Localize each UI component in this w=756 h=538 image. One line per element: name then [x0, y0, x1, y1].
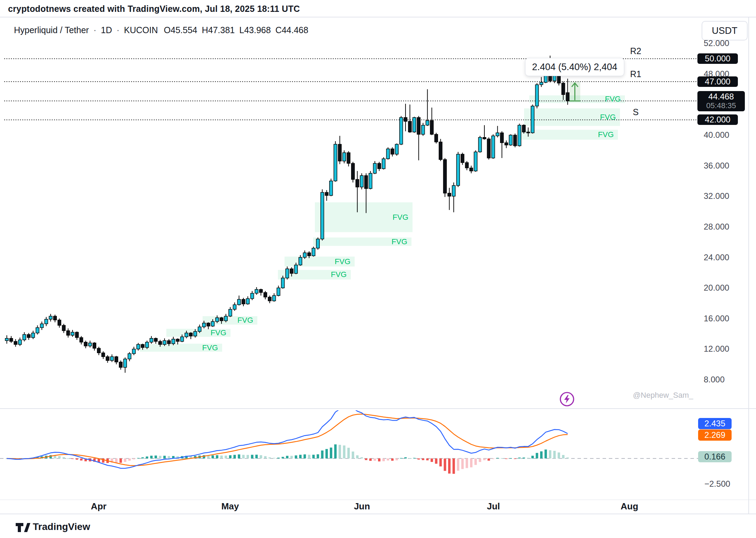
macd-histogram-bar	[330, 448, 332, 458]
candle-up	[456, 154, 460, 186]
candle-up	[496, 133, 499, 136]
candle-up	[277, 288, 280, 296]
candle-up	[303, 253, 306, 257]
macd-histogram-bar	[142, 457, 144, 458]
macd-histogram-bar	[395, 458, 398, 460]
macd-histogram-bar	[282, 457, 284, 458]
candle-down	[290, 269, 293, 273]
candle-up	[163, 341, 166, 344]
candle-up	[145, 342, 149, 348]
candle-down	[115, 357, 118, 362]
macd-histogram-bar	[404, 457, 407, 458]
macd-histogram-bar	[483, 458, 486, 460]
candle-up	[18, 340, 22, 344]
macd-histogram-bar	[212, 455, 214, 458]
candle-down	[268, 297, 271, 301]
candle-down	[14, 342, 17, 345]
macd-histogram-bar	[431, 458, 433, 462]
candle-up	[36, 328, 39, 333]
candle-up	[40, 324, 44, 328]
projection-arrow-icon	[569, 82, 580, 101]
candle-up	[330, 181, 333, 196]
candle-down	[505, 143, 508, 145]
candle-down	[434, 134, 438, 142]
macd-histogram-bar	[544, 449, 547, 458]
candle-up	[132, 349, 135, 353]
candle-up	[194, 331, 197, 336]
fvg-zone-rect	[521, 130, 618, 140]
candle-up	[334, 144, 337, 181]
macd-histogram-bar	[273, 458, 275, 458]
candle-up	[71, 332, 74, 335]
candle-down	[167, 341, 171, 344]
macd-histogram-bar	[290, 456, 293, 458]
macd-histogram-bar	[146, 456, 148, 458]
candle-down	[356, 179, 359, 187]
macd-histogram-bar	[299, 455, 302, 458]
candle-down	[101, 353, 105, 357]
candle-down	[444, 159, 447, 193]
candle-down	[404, 118, 407, 121]
macd-histogram-bar	[426, 458, 429, 460]
macd-histogram-bar	[361, 457, 363, 458]
macd-histogram-bar	[216, 455, 218, 458]
candle-up	[172, 339, 175, 344]
macd-histogram-bar	[120, 458, 122, 463]
macd-histogram-bar	[115, 458, 118, 463]
candle-up	[281, 278, 285, 288]
macd-histogram-bar	[540, 451, 543, 458]
candle-down	[308, 253, 311, 256]
macd-histogram-bar	[264, 456, 266, 458]
candle-down	[119, 362, 122, 367]
candle-down	[75, 332, 78, 337]
candle-down	[557, 75, 560, 83]
candle-up	[426, 121, 429, 125]
macd-histogram-bar	[308, 455, 310, 458]
fvg-zone-rect	[140, 344, 222, 352]
candles-group	[5, 55, 569, 373]
macd-histogram-bar	[505, 458, 507, 459]
macd-histogram-bar	[562, 455, 565, 458]
candle-down	[259, 290, 263, 293]
candle-up	[413, 118, 416, 132]
candle-down	[62, 326, 65, 331]
candle-up	[492, 136, 495, 158]
macd-histogram-bar	[124, 458, 126, 462]
macd-histogram-bar	[334, 444, 337, 458]
macd-histogram-bar	[312, 455, 315, 458]
macd-histogram-bar	[168, 456, 170, 458]
macd-histogram-bar	[80, 458, 83, 461]
macd-histogram-bar	[413, 458, 416, 458]
chart-canvas[interactable]	[0, 0, 756, 538]
candle-up	[540, 82, 543, 85]
candle-up	[251, 293, 254, 299]
candle-up	[294, 265, 297, 274]
macd-histogram-bar	[391, 458, 394, 461]
candle-up	[237, 299, 241, 305]
candle-up	[360, 175, 363, 187]
candle-down	[500, 133, 504, 143]
flash-publish-icon[interactable]	[559, 391, 575, 407]
macd-histogram-bar	[518, 458, 521, 458]
macd-histogram-bar	[373, 458, 376, 461]
candle-down	[351, 163, 355, 179]
candle-up	[272, 296, 275, 301]
candle-down	[430, 121, 433, 134]
candle-up	[23, 335, 26, 340]
candle-up	[321, 192, 324, 239]
macd-histogram-bar	[531, 456, 534, 458]
macd-histogram-bar	[260, 455, 262, 458]
macd-histogram-bar	[76, 458, 78, 459]
candle-down	[461, 154, 464, 163]
macd-histogram-bar	[220, 456, 223, 458]
macd-histogram-bar	[553, 451, 556, 458]
candle-up	[452, 186, 455, 196]
candle-down	[159, 342, 162, 345]
macd-histogram-bar	[479, 458, 481, 462]
candle-up	[535, 85, 538, 106]
macd-histogram-bar	[444, 458, 446, 471]
macd-histogram-bar	[133, 458, 135, 459]
macd-panel	[0, 406, 699, 474]
fvg-zone-rect	[313, 238, 411, 246]
macd-histogram-bar	[496, 458, 499, 458]
